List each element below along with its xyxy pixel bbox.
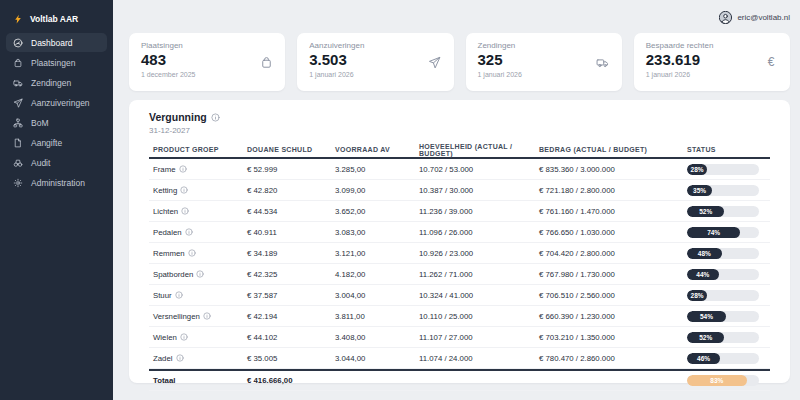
product-name: Stuur (153, 291, 172, 300)
stat-card-value: 233.619 (646, 51, 778, 68)
binoculars-icon (13, 158, 23, 168)
status-fill: 52% (687, 206, 724, 217)
bolt-icon (13, 14, 23, 24)
status-bar: 74% (687, 227, 759, 238)
status-bar: 52% (687, 206, 759, 217)
bedrag-cell: € 835.360 / 3.000.000 (539, 165, 687, 174)
bedrag-cell: € 721.180 / 2.800.000 (539, 186, 687, 195)
stat-card: Bespaarde rechten 233.619 1 januari 2026… (634, 33, 790, 91)
info-icon[interactable] (181, 207, 189, 215)
voorraad-av-cell: 3.811,00 (335, 312, 419, 321)
sidebar-item[interactable]: Administration (6, 173, 107, 192)
sidebar-item-label: Audit (31, 158, 50, 168)
info-icon[interactable] (175, 291, 183, 299)
info-icon[interactable] (203, 312, 211, 320)
sidebar-item[interactable]: Aangifte (6, 133, 107, 152)
panel-title: Vergunning (149, 111, 207, 123)
hoeveelheid-cell: 11.096 / 26.000 (419, 228, 539, 237)
hoeveelheid-cell: 11.262 / 71.000 (419, 270, 539, 279)
file-icon (13, 138, 23, 148)
info-icon[interactable] (180, 186, 188, 194)
stat-card-label: Bespaarde rechten (646, 41, 778, 50)
hoeveelheid-cell: 11.236 / 39.000 (419, 207, 539, 216)
product-name: Frame (153, 165, 176, 174)
truck-icon (596, 55, 610, 69)
douane-schuld-cell: € 40.911 (247, 228, 335, 237)
stat-card-label: Plaatsingen (141, 41, 273, 50)
douane-schuld-cell: € 35.005 (247, 354, 335, 363)
table-row: Lichten € 44.534 3.652,00 11.236 / 39.00… (149, 201, 770, 222)
info-icon[interactable] (188, 249, 196, 257)
info-icon[interactable] (185, 228, 193, 236)
sidebar-item[interactable]: Plaatsingen (6, 53, 107, 72)
hoeveelheid-cell: 11.107 / 27.000 (419, 333, 539, 342)
bedrag-cell: € 706.510 / 2.560.000 (539, 291, 687, 300)
sidebar-item-label: Dashboard (31, 38, 73, 48)
status-label: 48% (698, 250, 711, 257)
bedrag-cell: € 761.160 / 1.470.000 (539, 207, 687, 216)
app-name: Voltlab AAR (30, 14, 78, 24)
stat-card: Plaatsingen 483 1 december 2025 (129, 33, 285, 91)
total-status-label: 83% (710, 377, 723, 384)
status-fill: 74% (687, 227, 740, 238)
stat-card-date: 1 december 2025 (141, 71, 273, 78)
voorraad-av-cell: 3.099,00 (335, 186, 419, 195)
info-icon[interactable] (211, 113, 220, 122)
info-icon[interactable] (179, 165, 187, 173)
info-icon[interactable] (180, 333, 188, 341)
sidebar-item-label: Zendingen (31, 78, 71, 88)
sidebar-item[interactable]: Dashboard (6, 33, 107, 52)
voorraad-av-cell: 3.044,00 (335, 354, 419, 363)
bedrag-cell: € 767.980 / 1.730.000 (539, 270, 687, 279)
main-content: eric@voltlab.nl Plaatsingen 483 1 decemb… (113, 0, 800, 400)
total-status-fill: 83% (687, 375, 747, 386)
product-name: Lichten (153, 207, 178, 216)
stat-card: Aanzuiveringen 3.503 1 januari 2026 (297, 33, 453, 91)
bedrag-cell: € 703.210 / 1.350.000 (539, 333, 687, 342)
status-fill: 28% (687, 164, 707, 175)
table-row: Versnellingen € 42.194 3.811,00 10.110 /… (149, 306, 770, 327)
voorraad-av-cell: 3.083,00 (335, 228, 419, 237)
hoeveelheid-cell: 10.926 / 23.000 (419, 249, 539, 258)
info-icon[interactable] (196, 270, 204, 278)
bedrag-cell: € 704.420 / 2.800.000 (539, 249, 687, 258)
status-bar: 44% (687, 269, 759, 280)
stat-card-value: 483 (141, 51, 273, 68)
sidebar-item-label: Aanzuiveringen (31, 98, 90, 108)
hoeveelheid-cell: 10.387 / 30.000 (419, 186, 539, 195)
voorraad-av-cell: 3.121,00 (335, 249, 419, 258)
status-fill: 46% (687, 353, 720, 364)
status-label: 46% (697, 355, 710, 362)
sidebar-item[interactable]: Audit (6, 153, 107, 172)
sidebar-item[interactable]: BoM (6, 113, 107, 132)
info-icon[interactable] (176, 354, 184, 362)
product-name: Versnellingen (153, 312, 200, 321)
status-fill: 28% (687, 290, 707, 301)
table-total-row: Totaal € 416.666,00 83% (149, 369, 770, 391)
voorraad-av-cell: 3.004,00 (335, 291, 419, 300)
voorraad-av-cell: 4.182,00 (335, 270, 419, 279)
sidebar-item[interactable]: Zendingen (6, 73, 107, 92)
product-name: Wielen (153, 333, 177, 342)
table-row: Wielen € 44.102 3.408,00 11.107 / 27.000… (149, 327, 770, 348)
total-douane-schuld: € 416.666,00 (247, 376, 335, 385)
gauge-icon (13, 38, 23, 48)
send-icon (13, 98, 23, 108)
table-row: Frame € 52.999 3.285,00 10.702 / 53.000 … (149, 159, 770, 180)
sidebar-item-label: Aangifte (31, 138, 62, 148)
douane-schuld-cell: € 42.820 (247, 186, 335, 195)
stat-card-label: Aanzuiveringen (309, 41, 441, 50)
user-email[interactable]: eric@voltlab.nl (737, 13, 790, 22)
status-fill: 48% (687, 248, 722, 259)
product-name: Pedalen (153, 228, 182, 237)
column-header: Bedrag (actual / budget) (539, 146, 687, 153)
douane-schuld-cell: € 52.999 (247, 165, 335, 174)
stat-card-value: 3.503 (309, 51, 441, 68)
bag-icon (13, 58, 23, 68)
sidebar-item[interactable]: Aanzuiveringen (6, 93, 107, 112)
hoeveelheid-cell: 10.324 / 41.000 (419, 291, 539, 300)
status-bar: 28% (687, 164, 759, 175)
status-bar: 35% (687, 185, 759, 196)
product-name: Zadel (153, 354, 173, 363)
column-header: Product groep (153, 146, 247, 153)
